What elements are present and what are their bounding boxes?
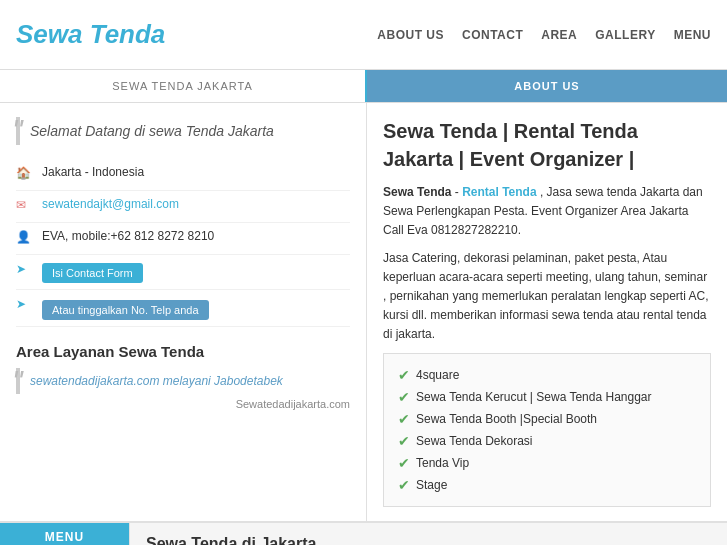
main-layout: Selamat Datang di sewa Tenda Jakarta 🏠 J… (0, 103, 727, 521)
bottom-menu-header: MENU (0, 523, 129, 546)
main-content: Sewa Tenda | Rental Tenda Jakarta | Even… (367, 103, 727, 521)
leave-number-button[interactable]: Atau tinggalkan No. Telp anda (42, 300, 209, 320)
service-label-3: Sewa Tenda Dekorasi (416, 434, 533, 448)
service-item-4: ✔Tenda Vip (398, 452, 696, 474)
sewa-tenda-link[interactable]: Sewa Tenda (383, 185, 451, 199)
area-quote: sewatendadijakarta.com melayani Jabodeta… (16, 368, 350, 394)
check-icon-2: ✔ (398, 411, 410, 427)
bottom-section: MENU + Tenda VIP + Tenda Kerucut + Tenda… (0, 521, 727, 546)
welcome-quote: Selamat Datang di sewa Tenda Jakarta (16, 117, 350, 145)
service-label-1: Sewa Tenda Kerucut | Sewa Tenda Hanggar (416, 390, 652, 404)
service-item-0: ✔4square (398, 364, 696, 386)
contact-form-item: ➤ Isi Contact Form (16, 255, 350, 290)
bottom-section-title: Sewa Tenda di Jakarta (146, 535, 711, 546)
check-icon-1: ✔ (398, 389, 410, 405)
breadcrumb-home[interactable]: SEWA TENDA JAKARTA (0, 70, 367, 102)
area-title: Area Layanan Sewa Tenda (16, 343, 350, 360)
check-icon-0: ✔ (398, 367, 410, 383)
leave-number-item: ➤ Atau tinggalkan No. Telp anda (16, 290, 350, 327)
service-item-2: ✔Sewa Tenda Booth |Special Booth (398, 408, 696, 430)
content-intro: Sewa Tenda - Rental Tenda , Jasa sewa te… (383, 183, 711, 241)
service-item-3: ✔Sewa Tenda Dekorasi (398, 430, 696, 452)
contact-form-button[interactable]: Isi Contact Form (42, 263, 143, 283)
service-label-2: Sewa Tenda Booth |Special Booth (416, 412, 597, 426)
nav-about[interactable]: ABOUT US (377, 28, 444, 42)
person-icon: 👤 (16, 230, 34, 248)
check-icon-4: ✔ (398, 455, 410, 471)
rental-tenda-link[interactable]: Rental Tenda (462, 185, 536, 199)
arrow-icon-2: ➤ (16, 297, 34, 315)
service-label-5: Stage (416, 478, 447, 492)
breadcrumb-bar: SEWA TENDA JAKARTA ABOUT US (0, 70, 727, 103)
nav-contact[interactable]: CONTACT (462, 28, 523, 42)
location-text: Jakarta - Indonesia (42, 165, 144, 179)
site-logo[interactable]: Sewa Tenda (16, 19, 165, 50)
arrow-icon-1: ➤ (16, 262, 34, 280)
breadcrumb-current: ABOUT US (367, 70, 727, 102)
email-link[interactable]: sewatendajkt@gmail.com (42, 197, 179, 211)
check-icon-5: ✔ (398, 477, 410, 493)
sidebar: Selamat Datang di sewa Tenda Jakarta 🏠 J… (0, 103, 367, 521)
content-description: Jasa Catering, dekorasi pelaminan, paket… (383, 249, 711, 345)
service-label-4: Tenda Vip (416, 456, 469, 470)
location-icon: 🏠 (16, 166, 34, 184)
nav-menu[interactable]: MENU (674, 28, 711, 42)
nav-menu: ABOUT US CONTACT AREA GALLERY MENU (377, 28, 711, 42)
nav-area[interactable]: AREA (541, 28, 577, 42)
header: Sewa Tenda ABOUT US CONTACT AREA GALLERY… (0, 0, 727, 70)
service-item-1: ✔Sewa Tenda Kerucut | Sewa Tenda Hanggar (398, 386, 696, 408)
location-item: 🏠 Jakarta - Indonesia (16, 159, 350, 191)
contact-person-text: EVA, mobile:+62 812 8272 8210 (42, 229, 214, 243)
email-icon: ✉ (16, 198, 34, 216)
bottom-menu: MENU + Tenda VIP + Tenda Kerucut + Tenda… (0, 523, 130, 546)
check-icon-3: ✔ (398, 433, 410, 449)
content-title: Sewa Tenda | Rental Tenda Jakarta | Even… (383, 117, 711, 173)
area-section: Area Layanan Sewa Tenda sewatendadijakar… (16, 343, 350, 410)
service-label-0: 4square (416, 368, 459, 382)
service-item-5: ✔Stage (398, 474, 696, 496)
email-item: ✉ sewatendajkt@gmail.com (16, 191, 350, 223)
services-box: ✔4square✔Sewa Tenda Kerucut | Sewa Tenda… (383, 353, 711, 507)
nav-gallery[interactable]: GALLERY (595, 28, 655, 42)
contact-person-item: 👤 EVA, mobile:+62 812 8272 8210 (16, 223, 350, 255)
area-attribution: Sewatedadijakarta.com (16, 398, 350, 410)
bottom-content: Sewa Tenda di Jakarta Tenda Kerucut SEWA… (130, 523, 727, 546)
